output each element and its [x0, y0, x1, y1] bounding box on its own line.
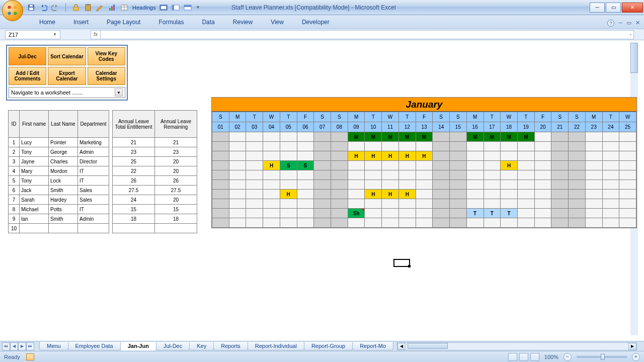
calendar-cell[interactable] [484, 161, 501, 170]
sheet-tab-jan-jun[interactable]: Jan-Jun [120, 342, 156, 350]
table-row[interactable]: 8MichaelPottsIT [9, 205, 109, 214]
calendar-cell[interactable] [331, 161, 348, 170]
calendar-cell[interactable] [569, 170, 586, 180]
calendar-row[interactable]: HHHHH [212, 151, 636, 161]
calendar-cell[interactable] [280, 180, 297, 190]
calendar-cell[interactable] [263, 190, 280, 199]
calendar-cell[interactable] [297, 199, 314, 209]
calendar-cell[interactable] [348, 170, 365, 180]
calendar-cell[interactable]: H [280, 190, 297, 199]
calendar-cell[interactable] [229, 190, 246, 199]
fx-button[interactable]: fx [91, 30, 101, 39]
calendar-cell[interactable] [484, 151, 501, 161]
calendar-cell[interactable] [229, 199, 246, 209]
calendar-cell[interactable] [585, 180, 602, 190]
calendar-cell[interactable] [501, 190, 518, 199]
tab-first-icon[interactable]: ⏮ [2, 342, 10, 350]
calendar-cell[interactable] [280, 151, 297, 161]
calendar-cell[interactable] [433, 199, 450, 209]
calendar-cell[interactable]: M [517, 132, 534, 142]
save-icon[interactable] [27, 4, 35, 12]
normal-view-button[interactable] [508, 353, 517, 361]
gridlines-icon[interactable] [159, 4, 168, 12]
calendar-cell[interactable] [280, 218, 297, 228]
close-button[interactable]: ✕ [622, 3, 643, 13]
calendar-cell[interactable] [348, 218, 365, 228]
office-button[interactable] [2, 0, 23, 21]
calendar-cell[interactable] [280, 209, 297, 218]
ribbon-tab-data[interactable]: Data [193, 16, 223, 29]
calendar-cell[interactable] [551, 218, 569, 228]
zoom-out-button[interactable]: − [564, 353, 572, 361]
calendar-cell[interactable] [416, 218, 433, 228]
calendar-cell[interactable] [551, 199, 569, 209]
calendar-cell[interactable] [348, 180, 365, 190]
calendar-cell[interactable] [331, 199, 348, 209]
calendar-cell[interactable] [569, 180, 586, 190]
maximize-button[interactable]: ▭ [606, 3, 621, 13]
calendar-cell[interactable] [297, 151, 314, 161]
horizontal-scrollbar[interactable]: ◀ ▶ [397, 342, 637, 350]
table-row[interactable]: 2626 [113, 176, 197, 186]
calendar-cell[interactable] [585, 218, 602, 228]
calendar-cell[interactable] [433, 190, 450, 199]
scroll-thumb[interactable] [408, 343, 448, 349]
calendar-cell[interactable] [331, 218, 348, 228]
calendar-cell[interactable] [314, 142, 331, 151]
navigate-worksheet-select[interactable]: Navigate to a worksheet ....... ▼ [9, 87, 125, 98]
calendar-cell[interactable] [382, 161, 399, 170]
toolbox-btn-view-key-codes[interactable]: View Key Codes [88, 47, 125, 65]
calendar-cell[interactable]: S [297, 161, 314, 170]
table-row[interactable]: 2220 [113, 166, 197, 176]
calendar-cell[interactable] [212, 190, 229, 199]
calendar-cell[interactable]: T [501, 209, 518, 218]
calendar-cell[interactable] [517, 161, 534, 170]
doc-restore-icon[interactable]: ▭ [626, 20, 631, 27]
table-row[interactable]: 4MaryMordonIT [9, 166, 109, 176]
calendar-cell[interactable]: M [348, 132, 365, 142]
calendar-row[interactable] [212, 218, 636, 228]
table-row[interactable]: 2323 [113, 147, 197, 157]
table-row[interactable]: 2TonyGeorgeAdmin [9, 147, 109, 157]
calendar-cell[interactable] [314, 170, 331, 180]
ribbon-tab-review[interactable]: Review [224, 16, 262, 29]
paste-icon[interactable] [84, 4, 92, 12]
table-row[interactable]: 1818 [113, 214, 197, 224]
calendar-cell[interactable]: M [365, 132, 382, 142]
calendar-cell[interactable] [619, 218, 636, 228]
edit-icon[interactable] [96, 4, 104, 12]
calendar-cell[interactable] [433, 180, 450, 190]
calendar-cell[interactable] [602, 161, 619, 170]
calendar-cell[interactable] [484, 180, 501, 190]
calendar-cell[interactable] [551, 161, 569, 170]
calendar-cell[interactable] [569, 132, 586, 142]
calendar-cell[interactable] [466, 170, 484, 180]
calendar-cell[interactable] [212, 199, 229, 209]
calendar-cell[interactable] [331, 209, 348, 218]
page-break-view-button[interactable] [530, 353, 539, 361]
calendar-cell[interactable] [466, 142, 484, 151]
vertical-scrollbar[interactable] [630, 43, 638, 73]
calendar-cell[interactable] [551, 132, 569, 142]
calendar-cell[interactable] [569, 218, 586, 228]
calendar-cell[interactable]: H [382, 190, 399, 199]
calendar-cell[interactable] [433, 151, 450, 161]
calendar-cell[interactable] [398, 209, 416, 218]
scroll-right-icon[interactable]: ▶ [628, 343, 636, 350]
calendar-cell[interactable] [466, 190, 484, 199]
calendar-cell[interactable] [246, 142, 263, 151]
calendar-row[interactable] [212, 180, 636, 190]
calendar-cell[interactable] [314, 199, 331, 209]
calendar-cell[interactable] [263, 170, 280, 180]
calendar-cell[interactable] [229, 151, 246, 161]
table-row[interactable] [113, 224, 197, 233]
calendar-cell[interactable] [416, 142, 433, 151]
calendar-cell[interactable] [569, 190, 586, 199]
calendar-cell[interactable] [416, 199, 433, 209]
headings-toggle[interactable]: Headings [132, 5, 155, 11]
calendar-cell[interactable] [450, 199, 467, 209]
calendar-cell[interactable] [534, 190, 551, 199]
calendar-cell[interactable] [297, 190, 314, 199]
calendar-cell[interactable] [331, 170, 348, 180]
calendar-cell[interactable]: T [466, 209, 484, 218]
